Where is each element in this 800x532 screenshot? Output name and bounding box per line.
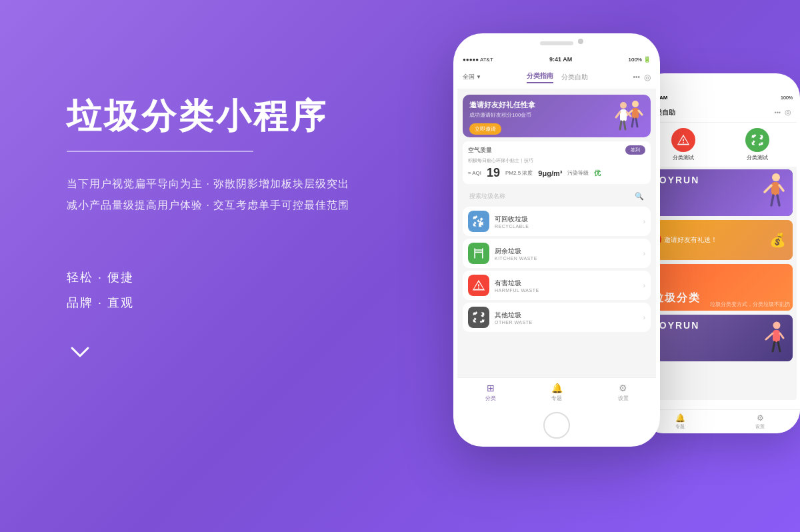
other-en: OTHER WASTE: [495, 320, 638, 325]
svg-line-8: [616, 112, 620, 117]
svg-line-11: [624, 121, 625, 129]
location-text: 全国: [463, 73, 475, 81]
svg-line-23: [778, 342, 780, 351]
svg-line-21: [780, 333, 783, 338]
bottom-nav-classify[interactable]: ⊞ 分类: [485, 383, 496, 402]
harmful-text: 有害垃圾 HARMFUL WASTE: [495, 279, 638, 293]
second-other-label: 分类测试: [747, 154, 768, 161]
tags: 轻松 · 便捷 品牌 · 直观: [67, 269, 349, 365]
harmful-en: HARMFUL WASTE: [495, 288, 638, 293]
bottom-nav-settings[interactable]: ⚙ 设置: [618, 383, 629, 402]
phone-home-button[interactable]: [543, 412, 570, 439]
joyrun1-figure: [753, 171, 786, 213]
search-placeholder: 搜索垃圾名称: [469, 192, 632, 201]
pm25-label: PM2.5 浓度: [505, 169, 533, 177]
kitchen-arrow: ›: [643, 250, 645, 257]
svg-line-17: [777, 195, 779, 205]
garbage-sublabel: 垃圾分类变方式，分类垃圾不乱扔: [707, 298, 793, 311]
subtitle: 当下用户视觉扁平导向为主 · 弥散阴影增加板块层级突出 减小产品量级提高用户体验…: [67, 173, 349, 216]
aqi-value: 19: [487, 166, 500, 180]
nav-tabs: 分类指南 分类自助: [527, 71, 588, 83]
classify-label: 分类: [485, 395, 496, 402]
time-display: 9:41 AM: [549, 56, 572, 63]
second-nav-topics[interactable]: 🔔 专题: [675, 413, 685, 430]
second-icon-harmful[interactable]: 分类测试: [671, 128, 695, 161]
card-invite[interactable]: 🎁 邀请好友有礼送！ 💰: [647, 220, 793, 260]
joyrun2-figure: [757, 319, 786, 359]
left-panel: 垃圾分类小程序 当下用户视觉扁平导向为主 · 弥散阴影增加板块层级突出 减小产品…: [67, 93, 349, 365]
phone-second: 9:41 AM 100% 分类自助 ••• ◎: [640, 73, 800, 433]
svg-point-0: [632, 101, 639, 107]
search-box[interactable]: 搜索垃圾名称 🔍: [463, 188, 651, 204]
nav-tab-self[interactable]: 分类自助: [561, 73, 588, 82]
second-scan-icon[interactable]: ◎: [785, 108, 791, 117]
svg-line-14: [765, 185, 771, 192]
nav-location[interactable]: 全国 ▼: [463, 73, 481, 81]
svg-rect-1: [632, 108, 639, 119]
air-title: 空气质量: [468, 146, 492, 155]
svg-point-18: [773, 322, 781, 329]
scan-icon[interactable]: ◎: [644, 73, 651, 82]
category-recyclable[interactable]: 可回收垃圾 RECYCLABLE ›: [463, 207, 651, 236]
banner: 邀请好友好礼任性拿 成功邀请好友积分100金币 立即邀请: [463, 95, 651, 137]
air-data: ≈ AQI 19 PM2.5 浓度 9μg/m³ 污染等级 优: [468, 166, 645, 180]
title-divider: [67, 151, 253, 152]
second-bottom-nav: 🔔 专题 ⚙ 设置: [640, 409, 800, 433]
svg-rect-19: [773, 330, 780, 342]
second-topics-label: 专题: [675, 423, 685, 430]
bottom-nav-topics[interactable]: 🔔 专题: [551, 383, 563, 402]
svg-point-6: [620, 102, 627, 109]
svg-line-10: [620, 121, 621, 129]
second-other-circle: [745, 128, 769, 152]
nav-icons: ••• ◎: [633, 73, 651, 82]
svg-line-4: [632, 119, 633, 127]
svg-rect-13: [771, 182, 779, 195]
kitchen-en: KITCHEN WASTE: [495, 256, 638, 261]
nav-bar: 全国 ▼ 分类指南 分类自助 ••• ◎: [457, 65, 656, 89]
second-more-icon[interactable]: •••: [775, 109, 781, 116]
pm25-value: 9μg/m³: [538, 169, 562, 177]
card-garbage[interactable]: 垃圾分类 垃圾分类变方式，分类垃圾不乱扔: [647, 264, 793, 311]
second-nav: 分类自助 ••• ◎: [643, 103, 797, 123]
card-joyrun2[interactable]: JOYRUN: [647, 315, 793, 361]
second-cards: JOYRUN: [643, 169, 797, 361]
second-status-bar: 9:41 AM 100%: [643, 92, 797, 103]
card-invite-icon: 💰: [769, 232, 786, 248]
category-kitchen[interactable]: 厨余垃圾 KITCHEN WASTE ›: [463, 239, 651, 268]
other-arrow: ›: [643, 314, 645, 321]
second-battery: 100%: [781, 95, 793, 100]
second-icons-row: 分类测试 分类测试: [643, 123, 797, 167]
sign-in-button[interactable]: 签到: [625, 145, 645, 155]
phones-container: ●●●●● AT&T 9:41 AM 100% 🔋 全国 ▼ 分类指南: [400, 33, 800, 447]
svg-line-5: [636, 119, 637, 127]
other-icon: [468, 307, 489, 328]
phone-camera: [578, 39, 583, 44]
other-text: 其他垃圾 OTHER WASTE: [495, 311, 638, 325]
harmful-icon: [468, 275, 489, 296]
banner-invite-button[interactable]: 立即邀请: [469, 123, 501, 135]
classify-icon: ⊞: [487, 383, 495, 393]
more-icon[interactable]: •••: [633, 73, 640, 81]
second-settings-label: 设置: [755, 423, 765, 430]
svg-line-15: [779, 185, 783, 191]
svg-line-20: [766, 333, 773, 339]
card-joyrun1[interactable]: JOYRUN: [647, 169, 793, 216]
category-harmful[interactable]: 有害垃圾 HARMFUL WASTE ›: [463, 271, 651, 300]
recyclable-arrow: ›: [643, 218, 645, 225]
pollution-label: 污染等级: [567, 169, 589, 177]
svg-line-16: [771, 195, 773, 205]
second-icon-other[interactable]: 分类测试: [745, 128, 769, 161]
subtitle-line1: 当下用户视觉扁平导向为主 · 弥散阴影增加板块层级突出: [67, 173, 349, 195]
recyclable-en: RECYCLABLE: [495, 224, 638, 229]
main-title: 垃圾分类小程序: [67, 93, 349, 140]
nav-tab-guide[interactable]: 分类指南: [527, 71, 553, 83]
pollution-value: 优: [594, 169, 601, 178]
topics-label: 专题: [551, 395, 562, 402]
aqi-label: ≈ AQI: [468, 170, 481, 176]
other-name: 其他垃圾: [495, 311, 638, 320]
second-nav-settings[interactable]: ⚙ 设置: [755, 413, 765, 430]
chevron-down-button[interactable]: [67, 339, 93, 365]
category-other[interactable]: 其他垃圾 OTHER WASTE ›: [463, 303, 651, 332]
search-icon: 🔍: [635, 192, 644, 201]
status-right: 100% 🔋: [629, 56, 651, 63]
